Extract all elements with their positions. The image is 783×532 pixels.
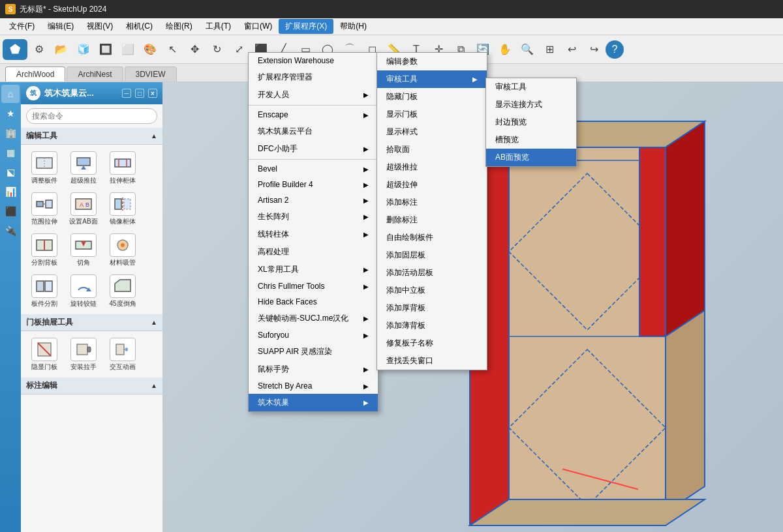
dd-add-movable-shelf[interactable]: 添加活动层板 (377, 264, 487, 282)
dd-extension-warehouse[interactable]: Extension Warehouse (249, 53, 378, 68)
dd-add-middle-panel[interactable]: 添加中立板 (377, 282, 487, 299)
toolbar-select[interactable]: ↖ (162, 39, 183, 60)
dd-stretch-by-area[interactable]: Stretch By Area ▶ (249, 378, 378, 394)
section-edit-tools[interactable]: 编辑工具 ▲ (21, 128, 162, 145)
toolbar-open[interactable]: 📂 (51, 39, 72, 60)
dd-show-connection[interactable]: 显示连接方式 (486, 96, 576, 113)
nav-factory[interactable]: ⬕ (1, 163, 20, 181)
toolbar-move[interactable]: ✥ (184, 39, 205, 60)
dd-cloud-platform[interactable]: 筑木筑巢云平台 (249, 123, 378, 140)
tool-mirror[interactable]: 镜像柜体 (104, 190, 141, 228)
toolbar-logo[interactable]: ⬟ (3, 39, 27, 60)
tool-cut[interactable]: 切角 (65, 231, 102, 269)
dd-enscape[interactable]: Enscape ▶ (249, 107, 378, 123)
dd-zhumu-zhuchao[interactable]: 筑木筑巢 ▶ (249, 394, 378, 411)
sidebar-close[interactable]: × (148, 89, 157, 98)
dd-edge-preview[interactable]: 封边预览 (486, 113, 576, 131)
nav-report[interactable]: 📊 (1, 183, 20, 201)
dd-groove-preview[interactable]: 槽预览 (486, 131, 576, 149)
tool-set-ab[interactable]: AB 设置AB面 (65, 190, 102, 228)
tool-rotate-hinge[interactable]: 旋转铰链 (65, 272, 102, 310)
search-input[interactable] (26, 108, 157, 124)
dd-repair-name[interactable]: 修复板子名称 (377, 334, 487, 352)
tool-panel-split[interactable]: 板件分割 (26, 272, 63, 310)
dd-find-lost-window[interactable]: 查找丢失窗口 (377, 352, 487, 370)
menu-camera[interactable]: 相机(C) (119, 19, 159, 34)
tab-archinest[interactable]: ArchiNest (67, 66, 123, 81)
dd-show-door-panel[interactable]: 显示门板 (377, 106, 487, 123)
dd-add-annotation[interactable]: 添加标注 (377, 194, 487, 211)
dd-growth-array[interactable]: 生长阵列 ▶ (249, 208, 378, 226)
toolbar-undo[interactable]: ↩ (561, 39, 582, 60)
toolbar-help[interactable]: ? (606, 40, 624, 59)
dd-extension-manager[interactable]: 扩展程序管理器 (249, 68, 378, 86)
dd-keyframe-anim[interactable]: 关键帧动画-SUCJ.me汉化 ▶ (249, 310, 378, 327)
section-door-tools[interactable]: 门板抽屉工具 ▲ (21, 314, 162, 331)
tool-material[interactable]: 材料吸管 (104, 231, 141, 269)
tab-3dview[interactable]: 3DVIEW (125, 66, 177, 81)
toolbar-scale[interactable]: ⤢ (228, 39, 249, 60)
tool-install-handle[interactable]: 安装拉手 (65, 335, 102, 374)
dd-elevation[interactable]: 高程处理 (249, 243, 378, 261)
nav-extend[interactable]: 🔌 (1, 222, 20, 240)
dd-line-to-column[interactable]: 线转柱体 ▶ (249, 226, 378, 243)
dd-mouse-gesture[interactable]: 鼠标手势 ▶ (249, 361, 378, 378)
dd-edit-params[interactable]: 编辑参数 (377, 53, 487, 70)
dd-add-thin-back[interactable]: 添加薄背板 (377, 317, 487, 334)
menu-tools[interactable]: 工具(T) (199, 19, 238, 34)
dd-profile-builder[interactable]: Profile Builder 4 ▶ (249, 177, 378, 192)
dd-delete-annotation[interactable]: 删除标注 (377, 211, 487, 229)
toolbar-group[interactable]: ⬜ (117, 39, 138, 60)
menu-draw[interactable]: 绘图(R) (159, 19, 199, 34)
tool-split-back[interactable]: 分割背板 (26, 231, 63, 269)
tab-archiwood[interactable]: ArchiWood (5, 66, 65, 81)
toolbar-settings[interactable]: ⚙ (29, 39, 50, 60)
sidebar-minimize[interactable]: ─ (122, 89, 131, 98)
dd-artisan[interactable]: Artisan 2 ▶ (249, 192, 378, 208)
nav-star[interactable]: ★ (1, 104, 20, 123)
dd-suapp-air[interactable]: SUAPP AIR 灵感渲染 (249, 343, 378, 361)
toolbar-components[interactable]: 🔲 (95, 39, 116, 60)
tool-super-push[interactable]: 超级推拉 (65, 149, 102, 187)
dd-bevel[interactable]: Bevel ▶ (249, 161, 378, 177)
tool-stretch-cabinet[interactable]: 拉伸柜体 (104, 149, 141, 187)
tool-adjust-panel[interactable]: 调整板件 (26, 149, 63, 187)
menu-file[interactable]: 文件(F) (3, 19, 41, 34)
toolbar-pan[interactable]: ✋ (495, 39, 515, 60)
dd-super-stretch[interactable]: 超级拉伸 (377, 176, 487, 194)
menu-window[interactable]: 窗口(W) (238, 19, 279, 34)
dd-developer[interactable]: 开发人员 ▶ (249, 86, 378, 104)
dd-audit-tool[interactable]: 审核工具 (486, 78, 576, 96)
dd-ab-preview[interactable]: AB面预览 (486, 149, 576, 166)
toolbar-zoomext[interactable]: ⊞ (539, 39, 560, 60)
dd-chris-fullmer[interactable]: Chris Fullmer Tools ▶ (249, 278, 378, 294)
nav-cabinet[interactable]: ▦ (1, 143, 20, 162)
toolbar-3d[interactable]: 🧊 (73, 39, 94, 60)
toolbar-paint[interactable]: 🎨 (140, 39, 161, 60)
sidebar-maximize[interactable]: □ (135, 89, 144, 98)
nav-building[interactable]: 🏢 (1, 124, 20, 142)
dd-hide-door-panel[interactable]: 隐藏门板 (377, 88, 487, 106)
dd-add-fixed-shelf[interactable]: 添加固层板 (377, 246, 487, 264)
menu-edit[interactable]: 编辑(E) (41, 19, 80, 34)
toolbar-redo[interactable]: ↪ (583, 39, 604, 60)
tool-hide-door[interactable]: 隐显门板 (26, 335, 63, 374)
menu-view[interactable]: 视图(V) (80, 19, 119, 34)
tool-range-stretch[interactable]: 范围拉伸 (26, 190, 63, 228)
toolbar-zoom[interactable]: 🔍 (517, 39, 538, 60)
dd-add-thick-back[interactable]: 添加厚背板 (377, 299, 487, 317)
dd-audit-tools[interactable]: 审核工具 ▶ (377, 70, 487, 88)
dd-suforyou[interactable]: Suforyou ▶ (249, 327, 378, 343)
nav-home[interactable]: ⌂ (1, 85, 20, 103)
menu-help[interactable]: 帮助(H) (333, 19, 373, 34)
dd-super-push2[interactable]: 超级推拉 (377, 158, 487, 176)
toolbar-rotate[interactable]: ↻ (206, 39, 227, 60)
dd-free-draw-panel[interactable]: 自由绘制板件 (377, 229, 487, 246)
dd-xl-tools[interactable]: XL常用工具 ▶ (249, 261, 378, 278)
dd-dfc-helper[interactable]: DFC小助手 ▶ (249, 140, 378, 158)
dd-hide-back-faces[interactable]: Hide Back Faces (249, 294, 378, 310)
tool-interactive-anim[interactable]: 交互动画 (104, 335, 141, 374)
nav-black[interactable]: ⬛ (1, 202, 20, 220)
dd-pick-face[interactable]: 拾取面 (377, 141, 487, 158)
tool-45-chamfer[interactable]: 45度倒角 (104, 272, 141, 310)
